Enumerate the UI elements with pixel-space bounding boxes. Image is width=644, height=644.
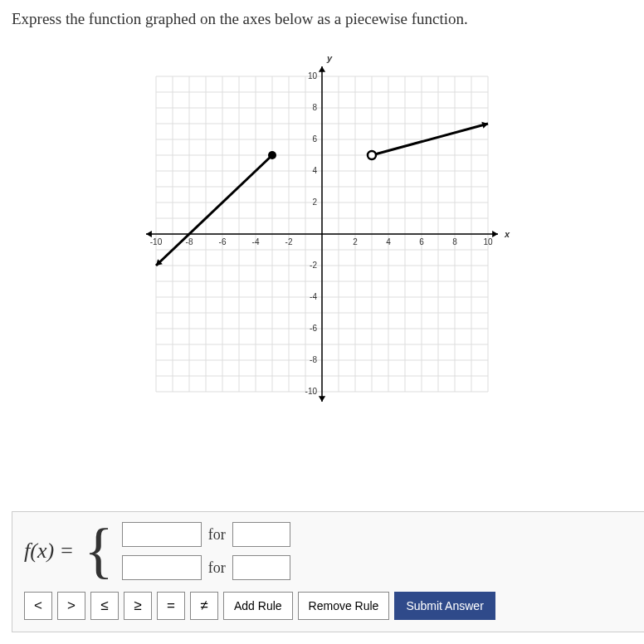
rules-list: for for: [122, 522, 290, 580]
question-prompt: Express the function graphed on the axes…: [0, 0, 644, 35]
for-label-2: for: [208, 559, 226, 577]
symbol-toolbar: < > ≤ ≥ = ≠ Add Rule Remove Rule Submit …: [24, 592, 632, 620]
svg-text:y: y: [326, 53, 333, 63]
function-definition-row: f(x) = { for for: [24, 522, 632, 580]
svg-text:-6: -6: [219, 237, 227, 246]
svg-text:-8: -8: [310, 355, 317, 364]
svg-marker-44: [492, 231, 498, 237]
svg-text:-6: -6: [310, 324, 317, 333]
svg-text:10: 10: [308, 71, 318, 80]
brace-icon: {: [84, 529, 114, 573]
lt-button[interactable]: <: [24, 592, 52, 620]
svg-text:2: 2: [312, 198, 317, 207]
svg-line-70: [156, 155, 272, 266]
fx-label: f(x) =: [24, 539, 74, 564]
svg-text:10: 10: [483, 237, 493, 246]
piecewise-chart: -10-8-6-4-2246810-10-8-6-4-2246810xy: [131, 51, 513, 417]
for-label-1: for: [208, 526, 226, 544]
svg-text:8: 8: [452, 237, 457, 246]
svg-text:-8: -8: [186, 237, 193, 246]
answer-panel: f(x) = { for for < > ≤ ≥ = ≠ Add Rule Re…: [12, 511, 644, 632]
submit-answer-button[interactable]: Submit Answer: [394, 592, 495, 620]
svg-text:8: 8: [312, 103, 317, 112]
svg-text:x: x: [504, 229, 510, 239]
svg-marker-46: [319, 66, 325, 72]
svg-marker-45: [146, 231, 152, 237]
svg-text:-10: -10: [150, 237, 163, 246]
ne-button[interactable]: ≠: [190, 592, 218, 620]
svg-text:6: 6: [419, 237, 424, 246]
svg-text:-4: -4: [252, 237, 260, 246]
svg-text:-4: -4: [310, 292, 317, 301]
rule-2-expression[interactable]: [122, 555, 202, 580]
svg-text:-2: -2: [310, 261, 317, 270]
svg-point-72: [268, 151, 276, 159]
chart-container: -10-8-6-4-2246810-10-8-6-4-2246810xy: [0, 35, 644, 425]
rule-1-expression[interactable]: [122, 522, 202, 547]
svg-point-74: [368, 151, 376, 159]
rule-2: for: [122, 555, 290, 580]
le-button[interactable]: ≤: [90, 592, 119, 620]
eq-button[interactable]: =: [157, 592, 185, 620]
rule-1-domain[interactable]: [232, 522, 290, 547]
svg-text:6: 6: [312, 134, 317, 144]
svg-text:4: 4: [386, 237, 391, 246]
gt-button[interactable]: >: [57, 592, 85, 620]
add-rule-button[interactable]: Add Rule: [223, 592, 293, 620]
svg-text:2: 2: [353, 237, 358, 246]
ge-button[interactable]: ≥: [124, 592, 152, 620]
rule-1: for: [122, 522, 290, 547]
rule-2-domain[interactable]: [232, 555, 290, 580]
svg-text:-10: -10: [305, 387, 318, 396]
remove-rule-button[interactable]: Remove Rule: [298, 592, 390, 620]
svg-text:-2: -2: [285, 237, 293, 246]
svg-text:4: 4: [312, 166, 317, 175]
svg-marker-47: [319, 396, 325, 402]
